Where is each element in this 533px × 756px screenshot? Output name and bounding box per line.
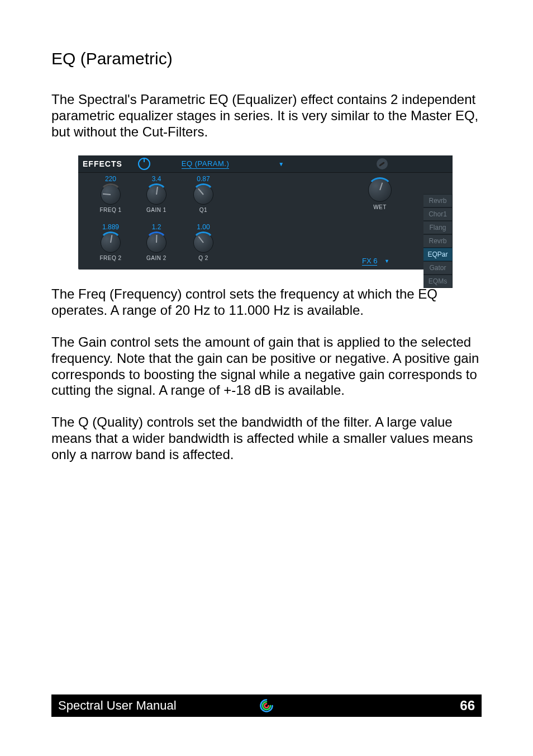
q1-knob[interactable] [193,185,213,205]
tab-revrb2[interactable]: Revrb [423,234,453,248]
freq1-label: FREQ 1 [88,207,133,213]
gain1-knob[interactable] [146,185,166,205]
wrench-icon[interactable] [377,158,388,169]
gain2-knob[interactable] [146,233,166,253]
tab-revrb[interactable]: Revrb [423,194,453,207]
fx-tabs: Revrb Chor1 Flang Revrb EQPar Gator EQMs [423,194,453,288]
page-title: EQ (Parametric) [51,49,482,68]
fx-slot-dropdown[interactable]: FX 6 [362,257,377,266]
effects-label: EFFECTS [83,159,122,168]
wet-control[interactable]: WET [358,178,402,210]
page-footer: Spectral User Manual 66 [51,694,482,717]
freq2-value: 1.889 [88,223,133,231]
q2-knob[interactable] [193,233,213,253]
footer-title: Spectral User Manual [51,698,177,713]
tab-chor1[interactable]: Chor1 [423,207,453,221]
spiral-logo-icon [259,698,274,714]
q2-label: Q 2 [181,255,226,261]
gain-paragraph: The Gain control sets the amount of gain… [51,334,482,399]
intro-paragraph: The Spectral's Parametric EQ (Equalizer)… [51,92,482,140]
power-icon[interactable] [138,158,150,170]
freq2-control[interactable]: 1.889 FREQ 2 [88,223,133,261]
freq2-knob[interactable] [101,233,121,253]
freq1-value: 220 [88,175,133,183]
eq-effects-panel: EFFECTS EQ (PARAM.) ▼ 220 FREQ 1 3.4 GAI… [78,155,453,270]
gain1-control[interactable]: 3.4 GAIN 1 [134,175,179,213]
wet-label: WET [358,204,402,210]
freq1-knob[interactable] [101,185,121,205]
panel-header: EFFECTS EQ (PARAM.) ▼ [78,155,453,173]
gain1-label: GAIN 1 [134,207,179,213]
q2-control[interactable]: 1.00 Q 2 [181,223,226,261]
tab-gator[interactable]: Gator [423,261,453,275]
tab-eqms[interactable]: EQMs [423,275,453,288]
q-paragraph: The Q (Quality) controls set the bandwid… [51,414,482,462]
footer-page-number: 66 [460,698,482,714]
q2-value: 1.00 [181,223,226,231]
wet-knob[interactable] [368,178,392,202]
freq2-label: FREQ 2 [88,255,133,261]
q1-value: 0.87 [181,175,226,183]
freq-paragraph: The Freq (Frequency) control sets the fr… [51,286,482,319]
tab-eqpar[interactable]: EQPar [423,248,453,261]
gain2-label: GAIN 2 [134,255,179,261]
effect-type-dropdown[interactable]: EQ (PARAM.) [182,159,229,169]
q1-label: Q1 [181,207,226,213]
q1-control[interactable]: 0.87 Q1 [181,175,226,213]
gain2-value: 1.2 [134,223,179,231]
chevron-down-icon[interactable]: ▼ [278,161,284,167]
chevron-down-icon[interactable]: ▼ [384,258,389,264]
tab-flang[interactable]: Flang [423,221,453,234]
gain1-value: 3.4 [134,175,179,183]
freq1-control[interactable]: 220 FREQ 1 [88,175,133,213]
gain2-control[interactable]: 1.2 GAIN 2 [134,223,179,261]
